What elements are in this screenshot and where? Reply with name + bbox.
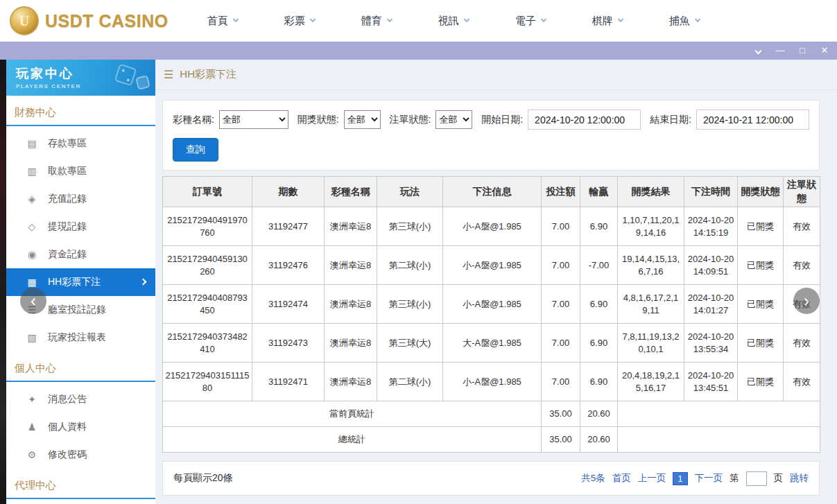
lottery-name-label: 彩種名稱: [173,114,214,126]
nav-label: 捕魚 [669,15,690,28]
summary-bet-total: 35.00 [542,427,580,453]
site-logo[interactable]: U USDT CASINO [0,6,169,35]
carousel-left-arrow[interactable]: ‹ [20,288,46,314]
jump-button[interactable]: 跳转 [790,472,809,485]
window-maximize-button[interactable]: □ [797,42,808,60]
current-page[interactable]: 1 [673,472,687,485]
summary-label: 當前頁統計 [163,401,542,427]
nav-item-home[interactable]: 首頁 [207,15,238,28]
recharge-record-icon: ◈ [26,193,38,205]
nav-label: 電子 [515,15,536,28]
sidebar-item-label: 個人資料 [48,421,87,433]
window-collapse-button[interactable] [752,42,763,60]
lottery-name-select[interactable]: 全部 [219,110,288,129]
filter-panel: 彩種名稱: 全部 開獎狀態: 全部 注單狀態: 全部 開始日期: 結束日期: 查… [162,100,820,171]
col-header-play-type: 玩法 [377,177,443,207]
sidebar-item-recharge-record[interactable]: ◈ 充值記錄 [6,185,155,213]
draw-status-select[interactable]: 全部 [344,110,381,129]
sidebar-item-player-bet-report[interactable]: ▧ 玩家投注報表 [6,324,155,351]
nav-item-sports[interactable]: 體育 [361,15,392,28]
window-titlebar: — □ ✕ [0,42,837,60]
menu-icon[interactable]: ☰ [164,68,173,81]
table-row: 2152172940491970760 31192477 澳洲幸运8 第三球(小… [163,207,820,246]
cell: 澳洲幸运8 [325,246,377,285]
end-date-input[interactable] [696,110,809,130]
sidebar-item-label: HH彩票下注 [48,276,101,288]
logo-text: USDT CASINO [45,11,169,31]
deposit-icon: ▤ [26,138,38,149]
sidebar-item-announcements[interactable]: ✦ 消息公告 [6,385,155,413]
chevron-left-icon: ‹ [31,291,36,311]
nav-item-fishing[interactable]: 捕魚 [669,15,700,28]
bets-table-card: 訂單號 期數 彩種名稱 玩法 下注信息 投注額 輸贏 開獎結果 下注時間 開獎狀… [162,176,820,453]
nav-item-board-games[interactable]: 棋牌 [592,15,623,28]
sidebar-item-label: 玩家投注報表 [48,331,106,344]
summary-winloss-total: 20.60 [580,401,618,427]
filter-row: 彩種名稱: 全部 開獎狀態: 全部 注單狀態: 全部 開始日期: 結束日期: [173,110,809,130]
cell: 第三球(大) [377,324,443,363]
sidebar-item-deposit[interactable]: ▤ 存款專區 [6,130,155,157]
cell: 6.90 [580,324,618,363]
cell: 2024-10-20 13:55:34 [684,324,738,363]
window-minimize-button[interactable]: — [775,42,786,60]
nav-label: 體育 [361,15,382,28]
chevron-right-icon: › [804,291,809,311]
cell: 7.00 [542,363,580,401]
player-bet-report-icon: ▧ [26,332,38,343]
pagination: 共5条 首页 上一页 1 下一页 第 页 跳转 [581,471,809,486]
col-header-draw-result: 開獎結果 [618,177,684,207]
page-jump-input[interactable] [746,471,767,486]
sidebar-item-profile[interactable]: ♟ 個人資料 [6,413,155,441]
sidebar-item-label: 取款專區 [48,165,87,177]
main-content: ☰ HH彩票下注 彩種名稱: 全部 開獎狀態: 全部 注單狀態: 全部 開始日期… [155,60,837,504]
page-title: HH彩票下注 [180,68,236,81]
logo-coin-icon: U [10,6,39,35]
cell: 7.00 [542,285,580,324]
chevron-down-icon [463,17,469,22]
cell: 31192477 [252,207,325,246]
next-page-link[interactable]: 下一页 [695,472,723,485]
first-page-link[interactable]: 首页 [612,472,631,485]
cell: 6.90 [580,207,618,246]
col-header-issue: 期數 [252,177,325,207]
chevron-down-icon [309,17,315,22]
table-footer: 每頁顯示20條 共5条 首页 上一页 1 下一页 第 页 跳转 [162,461,820,496]
carousel-right-arrow[interactable]: › [793,288,820,314]
cell: 已開獎 [738,246,784,285]
sidebar-item-label: 存款專區 [48,137,87,150]
col-header-winloss: 輸贏 [580,177,618,207]
section-personal-center: 個人中心 [6,351,155,382]
summary-empty [618,401,820,427]
background-edge-strip [0,60,6,504]
window-close-button[interactable]: ✕ [819,42,830,60]
chevron-down-icon [232,17,238,22]
sidebar-subtitle: PLAYERS CENTER [16,83,155,89]
col-header-bet-info: 下注信息 [443,177,542,207]
section-finance-center: 財務中心 [6,96,155,126]
sidebar-item-label: 充值記錄 [48,193,87,205]
sidebar-item-withdraw[interactable]: ▥ 取款專區 [6,157,155,185]
order-status-select[interactable]: 全部 [435,110,472,129]
cell: 有效 [784,246,820,285]
cell: 第三球(小) [377,207,443,246]
start-date-input[interactable] [528,110,641,130]
cell: 2152172940315111580 [163,363,252,401]
cell: 31192476 [252,246,325,285]
cell: 有效 [784,363,820,401]
summary-bet-total: 35.00 [542,401,580,427]
nav-label: 首頁 [207,15,228,28]
nav-item-slots[interactable]: 電子 [515,15,546,28]
sidebar-item-funds-record[interactable]: ◉ 資金記錄 [6,241,155,268]
lottery-bets-icon: ▦ [26,277,38,288]
col-header-bet-amount: 投注額 [542,177,580,207]
cell: 1,10,7,11,20,19,14,16 [618,207,684,246]
cell: 2024-10-20 13:45:51 [684,363,738,401]
sidebar: 玩家中心 PLAYERS CENTER 財務中心 ▤ 存款專區 ▥ 取款專區 ◈… [6,60,155,504]
sidebar-item-cashout-record[interactable]: ◇ 提現記錄 [6,213,155,241]
nav-item-lottery[interactable]: 彩票 [284,15,315,28]
search-button[interactable]: 查詢 [173,138,218,162]
cell: 2152172940373482410 [163,324,252,363]
sidebar-item-change-password[interactable]: ⚙ 修改密碼 [6,441,155,469]
prev-page-link[interactable]: 上一页 [638,472,666,485]
nav-item-live[interactable]: 視訊 [438,15,469,28]
